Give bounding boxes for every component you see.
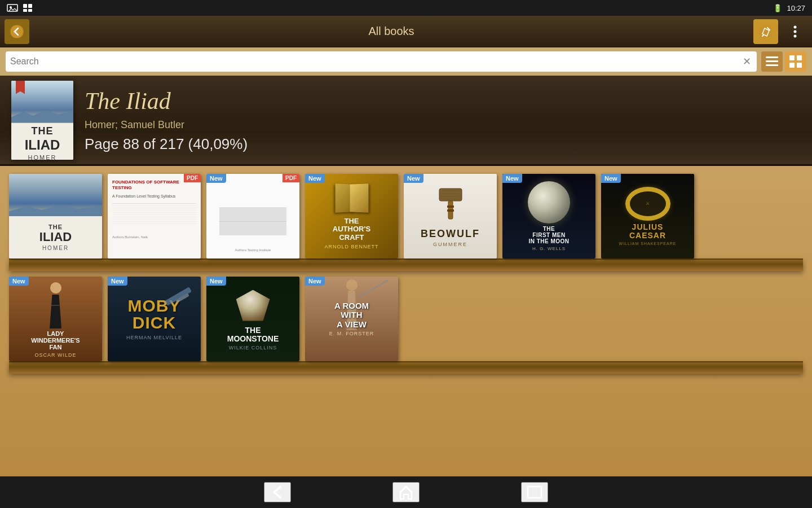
nav-home-button[interactable] (392, 482, 420, 502)
book-whitepaper[interactable]: New PDF Authors Testing Institute (206, 174, 299, 259)
new-badge-julius-caesar: New (601, 174, 621, 183)
svg-rect-15 (797, 55, 802, 60)
nav-recent-icon (526, 484, 544, 500)
svg-rect-13 (766, 64, 778, 66)
svg-rect-21 (447, 209, 454, 212)
time-display: 10:27 (787, 4, 805, 12)
grid-view-button[interactable] (785, 51, 806, 72)
new-badge-authors-craft: New (305, 174, 325, 183)
status-icons-right: 🔋 10:27 (773, 4, 805, 12)
current-book-cover: THE ILIAD HOMER (11, 81, 73, 160)
book-moby-dick[interactable]: New MOBYDICK HERMAN MELVILLE (108, 277, 201, 361)
battery-icon: 🔋 (773, 4, 782, 12)
new-badge-beowulf: New (404, 174, 423, 183)
book-lady-windermere[interactable]: New LADYWINDERMERE'SFAN OSCAR WILDE (9, 277, 102, 361)
book-authors-craft[interactable]: New THEAUTHOR'SCRAFT ARNOLD BENNETT (305, 174, 398, 259)
svg-point-8 (794, 25, 797, 28)
photo-icon (7, 3, 18, 12)
current-book-banner[interactable]: THE ILIAD HOMER The Iliad Homer; Samuel … (0, 76, 812, 166)
list-view-button[interactable] (761, 51, 783, 72)
edit-icon (759, 25, 773, 38)
bookshelf: THE ILIAD HOMER PDF FOUNDATIONS OF SOFTW… (0, 166, 812, 476)
current-book-title: The Iliad (85, 87, 801, 115)
shelf-books-1: THE ILIAD HOMER PDF FOUNDATIONS OF SOFTW… (9, 174, 803, 259)
book-room-with-view[interactable]: New A ROOMWITHA VIEW E. M. FORSTER (305, 277, 398, 361)
svg-point-6 (10, 25, 24, 38)
svg-rect-12 (766, 60, 778, 62)
svg-rect-3 (28, 4, 32, 8)
svg-rect-5 (28, 9, 32, 12)
svg-point-1 (10, 6, 12, 8)
nav-recent-button[interactable] (521, 482, 548, 502)
new-badge-first-men: New (502, 174, 522, 183)
toolbar-right (753, 19, 807, 44)
status-bar: 🔋 10:27 (0, 0, 812, 16)
new-badge-whitepaper: New (206, 174, 226, 183)
new-badge-lady: New (9, 277, 29, 286)
book-foundations[interactable]: PDF FOUNDATIONS OF SOFTWARE TESTING A Fo… (108, 174, 201, 259)
back-button[interactable] (5, 19, 29, 44)
view-toggle (761, 51, 806, 72)
svg-rect-2 (23, 4, 27, 8)
search-input-wrapper: ✕ (6, 51, 757, 72)
hammer-icon (434, 186, 467, 222)
clear-search-button[interactable]: ✕ (742, 55, 752, 68)
svg-rect-4 (23, 9, 27, 12)
nav-back-icon (268, 484, 286, 500)
title-text: All books (368, 25, 414, 37)
new-badge-room: New (305, 277, 325, 286)
book-julius-caesar[interactable]: New ⚔ JULIUSCAESAR WILLIAM SHAKESPEARE (601, 174, 694, 259)
svg-rect-0 (7, 5, 17, 11)
shelf-books-2: New LADYWINDERMERE'SFAN OSCAR WILDE New (9, 277, 803, 361)
pdf-badge: PDF (184, 174, 201, 182)
nav-back-button[interactable] (264, 482, 291, 502)
grid-icon (23, 3, 33, 12)
nav-bar (0, 476, 812, 508)
more-icon (793, 25, 797, 38)
shelf-floor-1 (9, 259, 803, 271)
svg-point-10 (794, 34, 797, 37)
current-book-info: The Iliad Homer; Samuel Butler Page 88 o… (85, 87, 801, 153)
toolbar-left (5, 19, 29, 44)
svg-rect-11 (766, 56, 778, 58)
status-icons-left (7, 3, 33, 12)
search-bar: ✕ (0, 47, 812, 76)
svg-rect-17 (797, 63, 802, 68)
current-book-author: Homer; Samuel Butler (85, 119, 801, 131)
svg-point-9 (794, 30, 797, 33)
shelf-floor-2 (9, 361, 803, 374)
book-moonstone[interactable]: New THEMOONSTONE WILKIE COLLINS (206, 277, 299, 361)
svg-rect-20 (447, 205, 454, 208)
book-beowulf[interactable]: New (404, 174, 497, 259)
search-input[interactable] (10, 56, 742, 67)
book-iliad[interactable]: THE ILIAD HOMER (9, 174, 102, 259)
toolbar: All books (0, 16, 812, 47)
svg-rect-22 (528, 487, 541, 498)
svg-rect-16 (789, 63, 795, 68)
svg-rect-18 (439, 189, 462, 201)
current-book-progress: Page 88 of 217 (40,09%) (85, 135, 801, 153)
toolbar-title: All books (29, 25, 753, 38)
grid-view-icon (789, 55, 802, 68)
new-badge-moonstone: New (206, 277, 226, 286)
list-view-icon (766, 56, 778, 67)
menu-button[interactable] (783, 19, 807, 44)
pdf-badge-whitepaper: PDF (283, 174, 299, 182)
back-icon (9, 24, 25, 40)
shelf-row-1: THE ILIAD HOMER PDF FOUNDATIONS OF SOFTW… (0, 166, 812, 271)
nav-home-icon (397, 484, 415, 500)
new-badge-moby: New (108, 277, 127, 286)
shelf-row-2: New LADYWINDERMERE'SFAN OSCAR WILDE New (0, 271, 812, 374)
book-first-men[interactable]: New THEFIRST MENIN THE MOON H. G. WELLS (502, 174, 595, 259)
svg-rect-14 (789, 55, 795, 60)
edit-button[interactable] (753, 19, 778, 44)
